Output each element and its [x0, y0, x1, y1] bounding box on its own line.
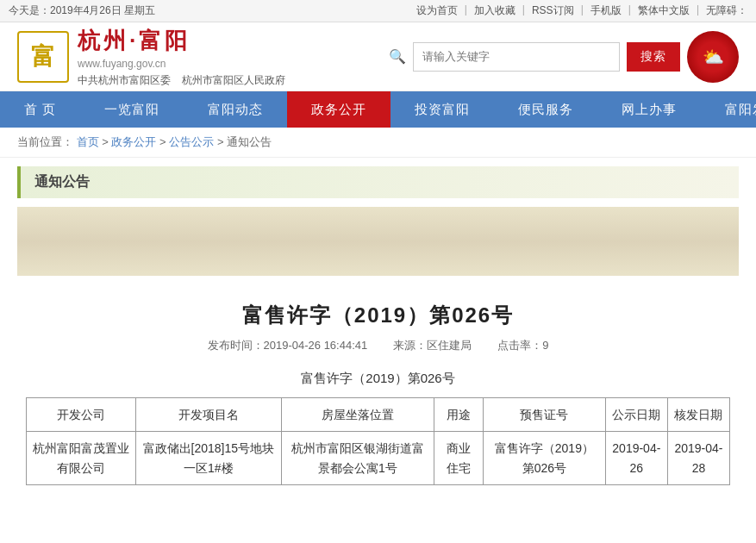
col-header-usage: 用途 [434, 398, 484, 432]
nav-item-bianmin[interactable]: 便民服务 [494, 91, 597, 128]
search-input[interactable] [413, 42, 620, 72]
breadcrumb-home[interactable]: 首页 [77, 135, 99, 148]
col-header-project: 开发项目名 [136, 398, 282, 432]
link-mobile[interactable]: 手机版 [590, 3, 622, 18]
site-name: 杭州·富阳 [78, 26, 285, 56]
breadcrumb: 当前位置： 首页 > 政务公开 > 公告公示 > 通知公告 [0, 128, 756, 158]
col-header-issuedate: 核发日期 [667, 398, 729, 432]
search-button[interactable]: 搜索 [627, 42, 680, 72]
logo-icon: 富 [17, 31, 69, 83]
meta-views: 点击率：9 [497, 338, 548, 353]
data-table: 开发公司 开发项目名 房屋坐落位置 用途 预售证号 公示日期 核发日期 杭州富阳… [26, 397, 730, 485]
search-icon: 🔍 [389, 48, 406, 65]
nav-item-yilan[interactable]: 一览富阳 [80, 91, 184, 128]
col-header-pubdate: 公示日期 [605, 398, 667, 432]
breadcrumb-current: 通知公告 [227, 135, 272, 148]
meta-source: 来源：区住建局 [393, 338, 472, 353]
article-meta: 发布时间：2019-04-26 16:44:41 来源：区住建局 点击率：9 [26, 338, 730, 353]
org1: 中共杭州市富阳区委 [78, 74, 171, 86]
logo-char: 富 [31, 41, 55, 73]
org-text: 中共杭州市富阳区委 杭州市富阳区人民政府 [78, 73, 285, 88]
main-content: 富售许字（2019）第026号 发布时间：2019-04-26 16:44:41… [0, 276, 756, 502]
nav-item-touzi[interactable]: 投资富阳 [390, 91, 494, 128]
doc-title: 富售许字（2019）第026号 [26, 371, 730, 387]
logo-text-area: 杭州·富阳 www.fuyang.gov.cn 中共杭州市富阳区委 杭州市富阳区… [78, 26, 285, 88]
table-row: 杭州富阳富茂置业有限公司 富政储出[2018]15号地块一区1#楼 杭州市富阳区… [27, 432, 730, 485]
nav-item-fabu[interactable]: 富阳发布 [701, 91, 756, 128]
date-text: 今天是：2019年4月26日 星期五 [9, 3, 155, 18]
link-accessible[interactable]: 无障碍： [706, 3, 747, 18]
link-rss[interactable]: RSS订阅 [532, 3, 574, 18]
site-url: www.fuyang.gov.cn [78, 58, 285, 70]
breadcrumb-prefix: 当前位置： [17, 135, 73, 148]
nav-item-wangshang[interactable]: 网上办事 [597, 91, 701, 128]
link-bookmark[interactable]: 加入收藏 [474, 3, 515, 18]
nav-bar: 首 页 一览富阳 富阳动态 政务公开 投资富阳 便民服务 网上办事 富阳发布 [0, 91, 756, 128]
org2: 杭州市富阳区人民政府 [182, 74, 285, 86]
top-bar-date: 今天是：2019年4月26日 星期五 [9, 3, 155, 18]
nav-item-dongtai[interactable]: 富阳动态 [184, 91, 287, 128]
col-header-company: 开发公司 [27, 398, 136, 432]
cell-project: 富政储出[2018]15号地块一区1#楼 [136, 432, 282, 485]
link-homepage[interactable]: 设为首页 [416, 3, 458, 18]
col-header-location: 房屋坐落位置 [281, 398, 434, 432]
nav-item-zhengwu[interactable]: 政务公开 [287, 91, 390, 128]
col-header-permit: 预售证号 [483, 398, 605, 432]
top-bar: 今天是：2019年4月26日 星期五 设为首页 | 加入收藏 | RSS订阅 |… [0, 0, 756, 22]
breadcrumb-gonggao[interactable]: 公告公示 [169, 135, 214, 148]
cell-pubdate: 2019-04-26 [605, 432, 667, 485]
site-emblem: ⛅ [687, 31, 739, 83]
cell-issuedate: 2019-04-28 [667, 432, 729, 485]
cell-permit: 富售许字（2019）第026号 [483, 432, 605, 485]
nav-item-home[interactable]: 首 页 [0, 91, 80, 128]
cell-company: 杭州富阳富茂置业有限公司 [27, 432, 136, 485]
cell-usage: 商业 住宅 [434, 432, 484, 485]
section-title: 通知公告 [17, 166, 739, 198]
header: 富 杭州·富阳 www.fuyang.gov.cn 中共杭州市富阳区委 杭州市富… [0, 22, 756, 91]
search-area: 🔍 搜索 ⛅ [389, 31, 739, 83]
meta-publish: 发布时间：2019-04-26 16:44:41 [208, 338, 368, 353]
article-title: 富售许字（2019）第026号 [26, 302, 730, 329]
top-bar-links: 设为首页 | 加入收藏 | RSS订阅 | 手机版 | 繁体中文版 | 无障碍： [416, 3, 747, 18]
logo-area: 富 杭州·富阳 www.fuyang.gov.cn 中共杭州市富阳区委 杭州市富… [17, 26, 285, 88]
cell-location: 杭州市富阳区银湖街道富景都会公寓1号 [281, 432, 434, 485]
breadcrumb-zhengwu[interactable]: 政务公开 [111, 135, 156, 148]
link-traditional[interactable]: 繁体中文版 [638, 3, 690, 18]
